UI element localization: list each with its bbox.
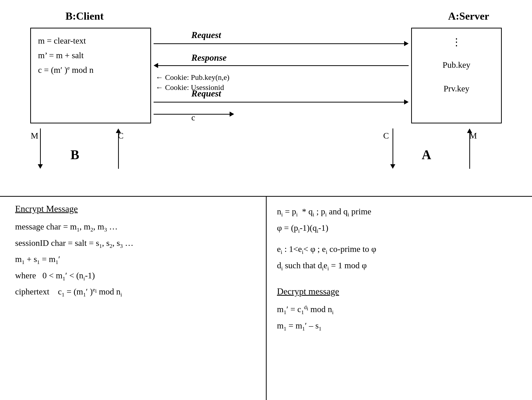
decrypt-line1: m1′ = c1di mod ni [277, 301, 522, 318]
request1-arrow [154, 40, 409, 47]
encrypt-line3: m1 + s1 = m1′ [15, 251, 257, 268]
mid-a-label: A [422, 147, 431, 162]
box-a-pubkey: Pub.key [419, 58, 494, 72]
box-b: m = clear-text m’ = m + salt c = (m′ )e … [30, 28, 151, 123]
br-line3: ei : 1<ei< φ ; ei co-prime to φ [277, 241, 522, 257]
cookie1-text: ← Cookie: Pub.key(n,e) [156, 73, 229, 82]
bottom-left: Encrypt Message message char = m1, m2, m… [15, 204, 257, 300]
encrypt-title: Encrypt Message [15, 204, 257, 214]
actor-b-label: B:Client [65, 10, 104, 22]
br-line2: φ = (pi-1)(qi-1) [277, 220, 522, 236]
m-up-label-a: M [469, 131, 477, 141]
encrypt-line2: sessionID char = salt = s1, s2, s3 … [15, 235, 257, 251]
v-divider [266, 196, 267, 400]
request2-arrow [154, 98, 409, 106]
box-b-line1: m = clear-text [38, 34, 143, 48]
c-down-label-a: C [383, 131, 389, 141]
diagram: B:Client A:Server m = clear-text m’ = m … [0, 0, 532, 400]
c-arrow-label: c [191, 113, 195, 122]
encrypt-line5: ciphertext c1 = (m1′ )ei mod ni [15, 284, 257, 300]
response-label: Response [191, 52, 227, 63]
encrypt-line1: message char = m1, m2, m3 … [15, 219, 257, 235]
box-a-prvkey: Prv.key [419, 82, 494, 95]
decrypt-section: Decrypt message m1′ = c1di mod ni m1 = m… [277, 286, 522, 334]
request2-label: Request [191, 88, 221, 99]
br-line4: di such that diei = 1 mod φ [277, 257, 522, 274]
c-up-label-b: C [118, 131, 124, 141]
request1-label: Request [191, 30, 221, 40]
mid-b-label: B [70, 147, 79, 162]
box-a-dots: ⋮ [451, 36, 462, 48]
bottom-right: ni = pi * qi ; pi and qi prime φ = (pi-1… [277, 204, 522, 334]
m-down-label-b: M [31, 131, 38, 141]
box-b-line3: c = (m′ )e mod n [38, 63, 143, 77]
actor-a-label: A:Server [448, 10, 489, 22]
decrypt-title: Decrypt message [277, 286, 522, 297]
decrypt-line2: m1 = m1′ – s1 [277, 318, 522, 334]
box-a: ⋮ Pub.key Prv.key [411, 28, 502, 123]
encrypt-line4: where 0 < m1′ < (ni-1) [15, 268, 257, 284]
c-down-arrow-a [389, 128, 397, 169]
br-line1: ni = pi * qi ; pi and qi prime [277, 204, 522, 220]
box-b-line2: m’ = m + salt [38, 48, 143, 63]
top-section: B:Client A:Server m = clear-text m’ = m … [15, 8, 517, 156]
